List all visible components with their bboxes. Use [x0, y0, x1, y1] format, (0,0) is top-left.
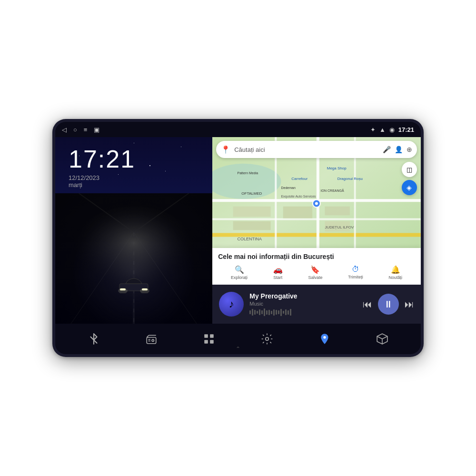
map-tab-start[interactable]: 🚗 Start [269, 263, 287, 282]
share-label: Trimiteți [348, 275, 363, 279]
svg-text:ION CREANGĂ: ION CREANGĂ [321, 188, 344, 192]
back-icon[interactable]: ◁ [62, 126, 67, 133]
music-waveform [249, 308, 357, 316]
chevron-up-icon[interactable]: ⌃ [236, 346, 240, 352]
clock-time: 17:21 [69, 147, 212, 171]
options-icon[interactable]: ⊕ [407, 146, 412, 153]
map-search-bar[interactable]: 📍 Căutați aici 🎤 👤 ⊕ [216, 141, 417, 158]
car-silhouette [117, 277, 150, 295]
svg-text:OFTALMED: OFTALMED [242, 191, 262, 196]
start-icon: 🚗 [273, 265, 283, 274]
svg-rect-38 [147, 337, 156, 344]
bluetooth-icon [88, 333, 100, 345]
svg-point-48 [265, 337, 268, 341]
music-title: My Prerogative [249, 292, 357, 300]
svg-text:Mega Shop: Mega Shop [327, 166, 347, 170]
map-search-text[interactable]: Căutați aici [234, 146, 383, 153]
music-album-art: ♪ [219, 292, 244, 317]
svg-point-49 [323, 336, 326, 338]
share-icon: ⏱ [352, 265, 359, 274]
apps-icon [203, 333, 215, 345]
bottom-toolbar: ⌃ [55, 324, 421, 354]
map-section[interactable]: OFTALMED ION CREANGĂ Dragonul Roșu Carre… [212, 137, 421, 285]
start-label: Start [273, 275, 282, 280]
music-album-icon: ♪ [229, 298, 234, 310]
status-bar: ◁ ○ ≡ ▣ ✦ ▲ ◉ 17:21 [55, 122, 421, 137]
music-play-button[interactable]: ⏸ [378, 294, 399, 315]
box-button[interactable] [371, 327, 394, 350]
tunnel-svg [55, 193, 212, 324]
mic-icon[interactable]: 🎤 [383, 146, 391, 153]
map-tab-noutăți[interactable]: 🔔 Noutăți [385, 263, 407, 282]
music-subtitle: Music [249, 301, 357, 307]
map-layers-button[interactable]: ◫ [402, 162, 417, 177]
status-left: ◁ ○ ≡ ▣ [62, 126, 99, 133]
radio-icon [145, 333, 158, 345]
svg-point-26 [315, 202, 318, 205]
music-player: ♪ My Prerogative Music [212, 285, 421, 324]
svg-rect-20 [233, 207, 271, 217]
music-controls: ⏮ ⏸ ⏭ [363, 294, 414, 315]
main-content: 17:21 12/12/2023 marți [55, 137, 421, 324]
map-tab-explorați[interactable]: 🔍 Explorați [227, 263, 251, 282]
home-icon[interactable]: ○ [73, 126, 77, 133]
bluetooth-button[interactable] [82, 327, 105, 350]
map-tab-trimiteți[interactable]: ⏱ Trimiteți [344, 263, 367, 282]
settings-button[interactable] [256, 327, 278, 350]
map-tab-salvate[interactable]: 🔖 Salvate [304, 263, 326, 282]
svg-point-39 [152, 339, 154, 341]
saved-icon: 🔖 [310, 265, 320, 274]
svg-rect-21 [283, 207, 312, 218]
settings-icon [261, 333, 273, 345]
explore-label: Explorați [231, 275, 248, 280]
svg-text:Exquisite Auto Services: Exquisite Auto Services [281, 195, 317, 198]
right-panel: OFTALMED ION CREANGĂ Dragonul Roșu Carre… [212, 137, 421, 324]
music-info: My Prerogative Music [249, 292, 357, 316]
status-right: ✦ ▲ ◉ 17:21 [370, 126, 414, 133]
svg-text:Dedeman: Dedeman [281, 186, 296, 189]
device: ◁ ○ ≡ ▣ ✦ ▲ ◉ 17:21 [52, 119, 424, 357]
apps-button[interactable] [198, 327, 220, 350]
explore-icon: 🔍 [235, 265, 244, 274]
bluetooth-status-icon: ✦ [370, 126, 376, 133]
device-screen: ◁ ○ ≡ ▣ ✦ ▲ ◉ 17:21 [55, 122, 421, 354]
google-maps-pin-icon: 📍 [221, 145, 230, 154]
svg-text:JUDEȚUL ILFOV: JUDEȚUL ILFOV [325, 225, 355, 229]
svg-text:Dragonul Roșu: Dragonul Roșu [337, 177, 363, 181]
map-info-title: Cele mai noi informații din București [218, 253, 415, 260]
news-icon: 🔔 [391, 265, 400, 274]
music-next-button[interactable]: ⏭ [405, 299, 414, 310]
cube-icon [376, 333, 388, 345]
signal-icon: ◉ [389, 126, 395, 133]
account-icon[interactable]: 👤 [395, 146, 403, 153]
layers-icon: ◫ [407, 166, 412, 173]
clock-section: 17:21 12/12/2023 marți [55, 137, 212, 193]
maps-button[interactable] [313, 327, 336, 350]
news-label: Noutăți [389, 275, 403, 280]
status-time: 17:21 [398, 126, 414, 133]
location-icon: ◈ [407, 184, 412, 191]
svg-text:Carrefour: Carrefour [292, 177, 308, 181]
pause-icon: ⏸ [384, 299, 393, 310]
svg-rect-23 [233, 221, 271, 230]
map-search-icons: 🎤 👤 ⊕ [383, 146, 412, 153]
wifi-icon: ▲ [379, 126, 386, 133]
svg-rect-22 [325, 207, 350, 216]
clock-day: marți [69, 181, 212, 188]
music-prev-button[interactable]: ⏮ [363, 299, 372, 310]
radio-button[interactable] [140, 327, 163, 350]
car-svg [117, 277, 150, 293]
map-nav-tabs: 🔍 Explorați 🚗 Start 🔖 Salvate [218, 263, 415, 282]
clock-date: 12/12/2023 [69, 174, 212, 181]
svg-rect-45 [210, 334, 214, 338]
map-info-card: Cele mai noi informații din București 🔍 … [212, 248, 421, 285]
maps-icon [318, 333, 331, 345]
map-location-button[interactable]: ◈ [402, 180, 417, 195]
saved-label: Salvate [308, 275, 322, 280]
menu-icon[interactable]: ≡ [84, 126, 88, 133]
svg-rect-47 [210, 340, 214, 344]
left-panel: 17:21 12/12/2023 marți [55, 137, 212, 324]
square-icon[interactable]: ▣ [94, 126, 99, 133]
svg-text:Pattern Media: Pattern Media [238, 171, 258, 175]
svg-rect-44 [205, 334, 208, 338]
